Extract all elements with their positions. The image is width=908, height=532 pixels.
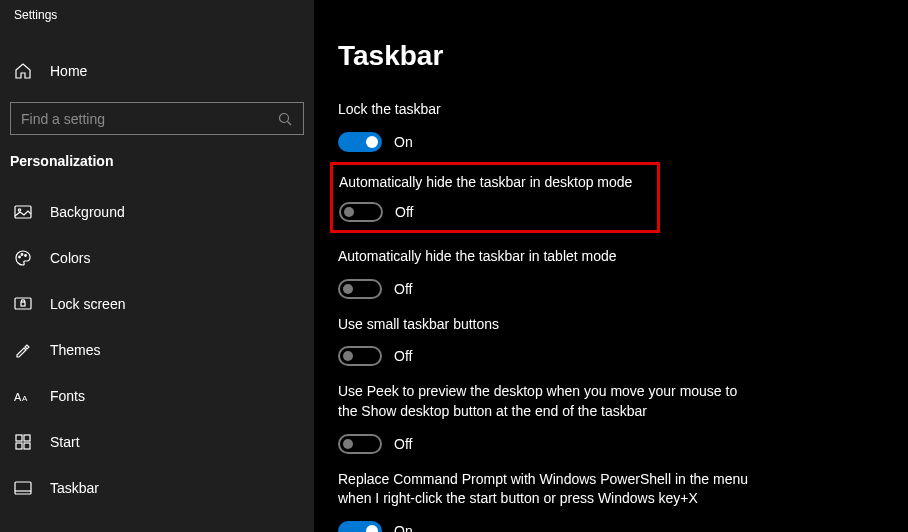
- setting-label: Lock the taskbar: [338, 100, 758, 120]
- svg-rect-13: [16, 443, 22, 449]
- search-input-container[interactable]: [10, 102, 304, 135]
- toggle-state: On: [394, 523, 413, 532]
- sidebar-item-taskbar[interactable]: Taskbar: [0, 465, 314, 511]
- taskbar-icon: [14, 479, 32, 497]
- main-content: Taskbar Lock the taskbar On Automaticall…: [314, 0, 908, 532]
- palette-icon: [14, 249, 32, 267]
- setting-auto-hide-tablet: Automatically hide the taskbar in tablet…: [338, 237, 908, 305]
- nav-label: Taskbar: [50, 480, 99, 496]
- setting-label: Automatically hide the taskbar in tablet…: [338, 247, 758, 267]
- setting-small-buttons: Use small taskbar buttons Off: [338, 305, 908, 373]
- nav-label: Lock screen: [50, 296, 125, 312]
- setting-label: Replace Command Prompt with Windows Powe…: [338, 470, 758, 509]
- toggle-state: Off: [394, 281, 412, 297]
- toggle-small-buttons[interactable]: [338, 346, 382, 366]
- setting-label: Use small taskbar buttons: [338, 315, 758, 335]
- toggle-state: On: [394, 134, 413, 150]
- svg-point-5: [21, 254, 23, 256]
- svg-rect-12: [24, 435, 30, 441]
- page-title: Taskbar: [338, 0, 908, 90]
- toggle-auto-hide-desktop[interactable]: [339, 202, 383, 222]
- setting-label: Automatically hide the taskbar in deskto…: [339, 173, 647, 193]
- svg-text:A: A: [14, 391, 22, 403]
- app-title: Settings: [0, 0, 314, 30]
- sidebar: Settings Home Personalization: [0, 0, 314, 532]
- setting-powershell: Replace Command Prompt with Windows Powe…: [338, 460, 908, 532]
- nav-label: Colors: [50, 250, 90, 266]
- toggle-powershell[interactable]: [338, 521, 382, 532]
- search-input[interactable]: [21, 111, 277, 127]
- sidebar-item-colors[interactable]: Colors: [0, 235, 314, 281]
- nav-label: Fonts: [50, 388, 85, 404]
- nav-label: Start: [50, 434, 80, 450]
- toggle-state: Off: [395, 204, 413, 220]
- nav-list: Background Colors Lock sc: [0, 189, 314, 511]
- category-label: Personalization: [0, 135, 314, 183]
- toggle-lock-taskbar[interactable]: [338, 132, 382, 152]
- svg-point-0: [280, 113, 289, 122]
- sidebar-item-lock-screen[interactable]: Lock screen: [0, 281, 314, 327]
- svg-line-1: [288, 121, 292, 125]
- start-icon: [14, 433, 32, 451]
- svg-rect-8: [21, 302, 25, 306]
- svg-rect-15: [15, 482, 31, 494]
- setting-label: Use Peek to preview the desktop when you…: [338, 382, 758, 421]
- sidebar-item-fonts[interactable]: A A Fonts: [0, 373, 314, 419]
- lock-screen-icon: [14, 295, 32, 313]
- search-icon: [277, 111, 293, 127]
- setting-lock-taskbar: Lock the taskbar On: [338, 90, 908, 158]
- svg-text:A: A: [22, 394, 28, 403]
- toggle-state: Off: [394, 348, 412, 364]
- toggle-state: Off: [394, 436, 412, 452]
- toggle-auto-hide-tablet[interactable]: [338, 279, 382, 299]
- sidebar-item-home[interactable]: Home: [0, 50, 314, 92]
- home-label: Home: [50, 63, 87, 79]
- svg-rect-14: [24, 443, 30, 449]
- sidebar-item-background[interactable]: Background: [0, 189, 314, 235]
- toggle-peek[interactable]: [338, 434, 382, 454]
- home-icon: [14, 62, 32, 80]
- sidebar-item-start[interactable]: Start: [0, 419, 314, 465]
- setting-peek: Use Peek to preview the desktop when you…: [338, 372, 908, 459]
- nav-label: Themes: [50, 342, 101, 358]
- nav-label: Background: [50, 204, 125, 220]
- sidebar-item-themes[interactable]: Themes: [0, 327, 314, 373]
- svg-point-6: [25, 255, 27, 257]
- image-icon: [14, 203, 32, 221]
- svg-rect-11: [16, 435, 22, 441]
- highlighted-setting: Automatically hide the taskbar in deskto…: [330, 162, 660, 234]
- fonts-icon: A A: [14, 387, 32, 405]
- themes-icon: [14, 341, 32, 359]
- svg-point-3: [18, 209, 20, 211]
- svg-point-4: [19, 256, 21, 258]
